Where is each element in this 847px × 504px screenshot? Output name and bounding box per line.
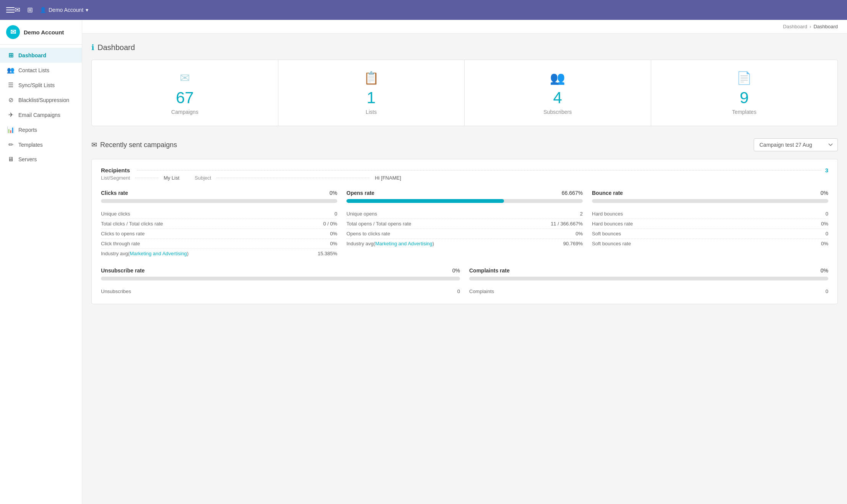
metrics-grid: Clicks rate 0% Unique clicks 0: [101, 190, 828, 258]
metric-row: Hard bounces rate 0%: [592, 219, 828, 229]
templates-stat-icon: 📄: [736, 71, 752, 85]
sidebar-item-blacklist[interactable]: ⊘ Blacklist/Suppression: [0, 92, 82, 107]
sidebar-item-contact-lists[interactable]: 👥 Contact Lists: [0, 63, 82, 78]
complaints-metric: Complaints rate 0% Complaints 0: [469, 267, 828, 296]
opens-rows: Unique opens 2 Total opens / Total opens…: [346, 209, 583, 248]
sidebar: ✉ Demo Account ⊞ Dashboard 👥 Contact Lis…: [0, 20, 82, 504]
breadcrumb-parent[interactable]: Dashboard: [783, 24, 807, 29]
stat-card-templates[interactable]: 📄 9 Templates: [651, 60, 838, 126]
bounce-metric: Bounce rate 0% Hard bounces 0: [592, 190, 828, 258]
recently-sent-section: ✉ Recently sent campaigns Campaign test …: [91, 138, 838, 304]
unsubscribe-rows: Unsubscribes 0: [101, 287, 460, 296]
sidebar-item-label: Email Campaigns: [18, 112, 60, 118]
user-icon: 👤: [40, 7, 46, 13]
page-title-text: Dashboard: [98, 43, 135, 52]
grid-icon[interactable]: ⊞: [27, 6, 33, 14]
sidebar-item-sync-split[interactable]: ☰ Sync/Split Lists: [0, 78, 82, 92]
campaigns-value: 67: [176, 90, 194, 106]
metric-row: Unique clicks 0: [101, 209, 337, 219]
clicks-label: Clicks rate: [101, 190, 128, 196]
marketing-link-opens[interactable]: Marketing and Advertising: [375, 241, 432, 246]
complaints-progress-bg: [469, 277, 828, 280]
blacklist-icon: ⊘: [7, 96, 15, 104]
section-header: ✉ Recently sent campaigns Campaign test …: [91, 138, 838, 151]
complaints-label: Complaints rate: [469, 267, 510, 274]
opens-progress-bg: [346, 199, 583, 203]
lists-icon: 📋: [364, 71, 379, 85]
meta-row: List/Segment My List Subject Hi [FNAME]: [101, 175, 828, 181]
sidebar-item-dashboard[interactable]: ⊞ Dashboard: [0, 48, 82, 63]
unsubscribe-progress-bg: [101, 277, 460, 280]
bounce-rows: Hard bounces 0 Hard bounces rate 0% Soft…: [592, 209, 828, 248]
dashboard-icon: ⊞: [7, 52, 15, 59]
clicks-pct: 0%: [330, 190, 337, 196]
sidebar-item-servers[interactable]: 🖥 Servers: [0, 152, 82, 167]
subject-item: Subject Hi [FNAME]: [195, 175, 401, 181]
list-segment-item: List/Segment My List: [101, 175, 179, 181]
complaints-rows: Complaints 0: [469, 287, 828, 296]
campaigns-label: Campaigns: [171, 109, 198, 115]
user-menu[interactable]: 👤 Demo Account ▾: [40, 7, 88, 13]
metric-row: Clicks to opens rate 0%: [101, 229, 337, 239]
mail-icon[interactable]: ✉: [15, 6, 20, 14]
subject-value: Hi [FNAME]: [375, 175, 401, 181]
sidebar-item-reports[interactable]: 📊 Reports: [0, 122, 82, 137]
sidebar-item-email-campaigns[interactable]: ✈ Email Campaigns: [0, 107, 82, 122]
templates-value: 9: [740, 90, 749, 106]
list-segment-label: List/Segment: [101, 175, 130, 181]
recipients-label: Recipients: [101, 167, 130, 173]
sidebar-item-label: Servers: [18, 156, 37, 162]
metric-row: Total clicks / Total clicks rate 0 / 0%: [101, 219, 337, 229]
bounce-progress-bg: [592, 199, 828, 203]
reports-icon: 📊: [7, 126, 15, 133]
bounce-pct: 0%: [821, 190, 828, 196]
sidebar-brand: ✉ Demo Account: [0, 20, 82, 45]
metric-row: Total opens / Total opens rate 11 / 366.…: [346, 219, 583, 229]
metric-row: Soft bounces 0: [592, 229, 828, 239]
page-title: ℹ Dashboard: [91, 43, 838, 52]
servers-icon: 🖥: [7, 156, 15, 163]
bounce-label: Bounce rate: [592, 190, 623, 196]
sidebar-nav: ⊞ Dashboard 👥 Contact Lists ☰ Sync/Split…: [0, 45, 82, 170]
chevron-down-icon: ▾: [86, 7, 88, 13]
section-title-text: Recently sent campaigns: [100, 141, 177, 149]
campaign-select[interactable]: Campaign test 27 Aug: [754, 138, 838, 151]
opens-pct: 66.667%: [562, 190, 583, 196]
recipients-value: 3: [825, 167, 828, 173]
metrics-grid-2: Unsubscribe rate 0% Unsubscribes 0: [101, 267, 828, 296]
list-segment-value: My List: [164, 175, 179, 181]
lists-label: Lists: [366, 109, 377, 115]
metric-row: Hard bounces 0: [592, 209, 828, 219]
templates-label: Templates: [732, 109, 756, 115]
sidebar-item-label: Dashboard: [18, 52, 46, 58]
unsubscribe-label: Unsubscribe rate: [101, 267, 145, 274]
hamburger-menu[interactable]: [6, 7, 15, 13]
lists-value: 1: [367, 90, 376, 106]
opens-metric: Opens rate 66.667% Unique opens 2: [346, 190, 583, 258]
metric-row: Industry avg(Marketing and Advertising) …: [346, 239, 583, 248]
section-title: ✉ Recently sent campaigns: [91, 141, 177, 149]
metric-row: Unique opens 2: [346, 209, 583, 219]
sidebar-item-templates[interactable]: ✏ Templates: [0, 137, 82, 152]
sidebar-item-label: Contact Lists: [18, 67, 49, 73]
unsubscribe-pct: 0%: [452, 267, 460, 274]
contact-lists-icon: 👥: [7, 66, 15, 74]
subscribers-icon: 👥: [550, 71, 565, 85]
sidebar-item-label: Blacklist/Suppression: [18, 97, 69, 103]
stats-grid: ✉ 67 Campaigns 📋 1 Lists 👥 4 Subscribers…: [91, 60, 838, 126]
marketing-link-clicks[interactable]: Marketing and Advertising: [130, 251, 187, 256]
user-label: Demo Account: [49, 7, 83, 13]
metric-row: Industry avg(Marketing and Advertising) …: [101, 249, 337, 258]
sidebar-item-label: Templates: [18, 142, 43, 148]
metric-row: Click through rate 0%: [101, 239, 337, 249]
recipients-row: Recipients 3: [101, 167, 828, 173]
metric-row: Opens to clicks rate 0%: [346, 229, 583, 239]
clicks-metric: Clicks rate 0% Unique clicks 0: [101, 190, 337, 258]
stat-card-lists[interactable]: 📋 1 Lists: [278, 60, 465, 126]
sidebar-item-label: Sync/Split Lists: [18, 82, 55, 88]
opens-progress-fill: [346, 199, 504, 203]
stat-card-subscribers[interactable]: 👥 4 Subscribers: [465, 60, 651, 126]
subscribers-value: 4: [553, 90, 562, 106]
stat-card-campaigns[interactable]: ✉ 67 Campaigns: [92, 60, 278, 126]
complaints-pct: 0%: [821, 267, 828, 274]
